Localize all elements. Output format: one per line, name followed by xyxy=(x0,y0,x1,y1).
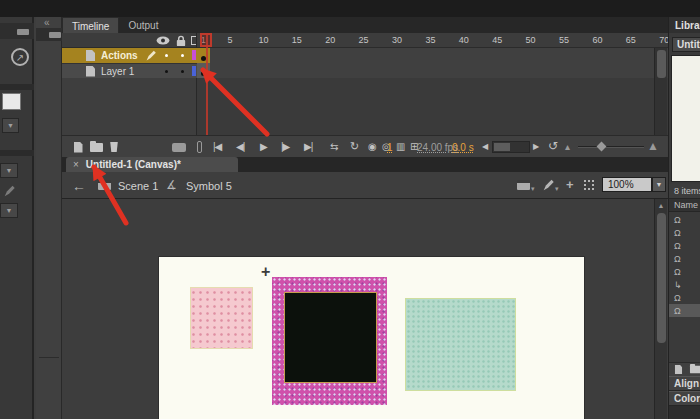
library-item-row[interactable]: Ω xyxy=(669,291,700,304)
playhead-line[interactable] xyxy=(206,33,208,135)
ruler-frame-label-20[interactable]: 20 xyxy=(325,35,335,45)
step-forward-button[interactable]: |▶ xyxy=(281,142,289,152)
lock-all-layers-icon[interactable] xyxy=(175,35,187,47)
stage-canvas[interactable]: + xyxy=(158,256,585,419)
frames-scrollbar-thumb[interactable] xyxy=(494,143,510,151)
stage-zoom-dropdown[interactable]: 100% xyxy=(602,177,652,192)
onion-skin-button[interactable]: ◉ xyxy=(368,142,377,152)
ruler-frame-label-60[interactable]: 60 xyxy=(592,35,602,45)
frames-scrollbar[interactable] xyxy=(492,141,530,153)
layer-outline-swatch[interactable] xyxy=(192,66,196,76)
scrollbar-thumb[interactable] xyxy=(657,50,666,78)
ruler-frame-label-5[interactable]: 5 xyxy=(228,35,233,45)
close-document-icon[interactable]: × xyxy=(73,159,79,170)
play-button[interactable]: ▶ xyxy=(260,142,268,152)
library-item-row[interactable]: Ω xyxy=(669,239,700,252)
fill-color-swatch[interactable] xyxy=(2,93,21,110)
edit-symbols-dropdown-icon[interactable]: ▾ xyxy=(555,185,559,193)
zoom-out-frames-button[interactable]: ▴ xyxy=(565,142,570,152)
toolbar-grip-icon[interactable] xyxy=(49,32,61,38)
step-back-button[interactable]: ◀| xyxy=(236,142,244,152)
ruler-frame-label-50[interactable]: 50 xyxy=(526,35,536,45)
current-frame-value[interactable]: 1 xyxy=(387,142,393,153)
layer-outline-swatch[interactable] xyxy=(192,50,196,60)
ruler-frame-label-40[interactable]: 40 xyxy=(459,35,469,45)
ruler-frame-label-65[interactable]: 65 xyxy=(626,35,636,45)
stage-vertical-scrollbar[interactable]: ▲ xyxy=(654,199,667,419)
library-item-row[interactable]: ↳ xyxy=(669,278,700,291)
scrollbar-thumb[interactable] xyxy=(657,213,666,343)
drawing-magenta-square-selected[interactable] xyxy=(272,277,387,405)
circled-arrow-icon[interactable]: ↗ xyxy=(11,48,29,66)
color-panel-header[interactable]: Color xyxy=(669,391,700,406)
tab-library[interactable]: Library xyxy=(675,20,700,31)
loop-button[interactable]: ↻ xyxy=(350,141,359,152)
ruler-frame-label-15[interactable]: 15 xyxy=(292,35,302,45)
dropdown-button[interactable]: ▼ xyxy=(2,118,19,133)
reset-timeline-zoom-button[interactable]: ↺ xyxy=(548,140,558,152)
clip-content-button[interactable] xyxy=(584,180,594,190)
camera-button[interactable] xyxy=(172,143,186,152)
align-panel-header[interactable]: Align xyxy=(669,376,700,391)
frame-ruler[interactable]: 1510152025303540455055606570 xyxy=(197,33,668,48)
elapsed-time-value[interactable]: 0.0 s xyxy=(452,142,474,153)
stage-zoom-dropdown-arrow[interactable]: ▼ xyxy=(652,177,666,192)
scroll-up-button[interactable]: ▲ xyxy=(655,199,667,211)
show-hide-all-layers-icon[interactable] xyxy=(156,36,170,45)
timeline-zoom-slider[interactable] xyxy=(578,146,644,148)
library-item-row[interactable]: Ω xyxy=(669,226,700,239)
drawing-black-square[interactable] xyxy=(284,292,377,383)
tab-timeline[interactable]: Timeline xyxy=(62,17,119,34)
edit-scene-dropdown-icon[interactable]: ▾ xyxy=(531,185,535,193)
keyframe-cell-actions[interactable] xyxy=(197,48,210,63)
stage-pasteboard[interactable]: + xyxy=(62,199,654,419)
drawing-teal-square[interactable] xyxy=(405,298,516,391)
ruler-frame-label-45[interactable]: 45 xyxy=(492,35,502,45)
back-button[interactable]: ← xyxy=(72,178,86,194)
keyframe-cell-layer1[interactable] xyxy=(197,63,210,78)
delete-layer-button[interactable] xyxy=(106,140,122,154)
layer-lock-dot[interactable] xyxy=(181,70,184,73)
edit-multiple-frames-button[interactable]: ▥ xyxy=(396,142,405,152)
timeline-zoom-slider-thumb[interactable] xyxy=(597,142,607,152)
collapse-panel-button[interactable]: « xyxy=(44,17,50,28)
ruler-frame-label-10[interactable]: 10 xyxy=(258,35,268,45)
layer-lock-dot[interactable] xyxy=(181,54,184,57)
new-layer-button[interactable] xyxy=(70,140,86,154)
library-item-row[interactable]: Ω xyxy=(669,252,700,265)
tab-output[interactable]: Output xyxy=(119,17,167,33)
center-stage-button[interactable]: + xyxy=(566,177,574,192)
new-symbol-button[interactable] xyxy=(675,365,683,374)
document-tab[interactable]: × Untitled-1 (Canvas)* xyxy=(66,157,238,172)
breadcrumb-scene[interactable]: Scene 1 xyxy=(118,180,158,192)
dropdown-button[interactable]: ▼ xyxy=(0,163,18,178)
drawing-pink-square[interactable] xyxy=(190,287,253,349)
ruler-frame-label-35[interactable]: 35 xyxy=(425,35,435,45)
edit-symbols-button[interactable] xyxy=(542,179,555,192)
library-preview-pane[interactable] xyxy=(671,55,700,182)
library-item-row[interactable]: Ω xyxy=(669,304,700,317)
timeline-vertical-scrollbar[interactable] xyxy=(654,48,667,135)
ruler-frame-label-25[interactable]: 25 xyxy=(359,35,369,45)
ruler-frame-label-55[interactable]: 55 xyxy=(559,35,569,45)
center-frame-button[interactable]: ⇆ xyxy=(330,142,338,152)
go-last-frame-button[interactable]: ▶| xyxy=(304,142,312,152)
zoom-in-frames-button[interactable]: ▲ xyxy=(647,140,659,152)
layer-visible-dot[interactable] xyxy=(165,70,168,73)
frames-scroll-left-button[interactable]: ◀ xyxy=(482,143,488,151)
library-item-row[interactable]: Ω xyxy=(669,213,700,226)
layer-visible-dot[interactable] xyxy=(165,54,168,57)
go-first-frame-button[interactable]: |◀ xyxy=(213,142,221,152)
library-document-selector[interactable]: Untitled-1 xyxy=(672,37,700,52)
edit-scene-button[interactable] xyxy=(517,180,530,190)
ruler-frame-label-30[interactable]: 30 xyxy=(392,35,402,45)
camera-layer-toggle[interactable] xyxy=(197,141,202,153)
dropdown-button[interactable]: ▼ xyxy=(0,203,18,218)
panel-grip-icon[interactable] xyxy=(17,29,29,35)
library-name-column-header[interactable]: Name xyxy=(669,198,700,212)
breadcrumb-symbol[interactable]: Symbol 5 xyxy=(186,180,232,192)
new-library-folder-button[interactable] xyxy=(690,366,700,374)
frames-scroll-right-button[interactable]: ▶ xyxy=(533,143,539,151)
new-folder-button[interactable] xyxy=(88,140,104,154)
library-item-row[interactable]: Ω xyxy=(669,265,700,278)
